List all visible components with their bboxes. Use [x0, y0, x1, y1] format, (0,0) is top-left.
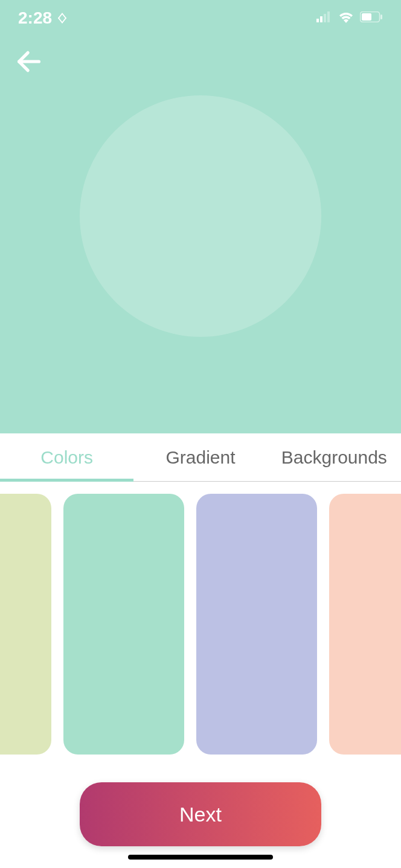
cellular-signal-icon [316, 11, 332, 25]
home-indicator[interactable] [128, 855, 273, 860]
color-swatch[interactable] [63, 494, 184, 755]
color-swatch[interactable] [196, 494, 317, 755]
color-swatch-list[interactable] [0, 482, 401, 767]
tab-gradient[interactable]: Gradient [133, 433, 267, 481]
tab-backgrounds[interactable]: Backgrounds [268, 433, 401, 481]
status-bar: 2:28 [0, 0, 401, 36]
status-time: 2:28 [18, 8, 52, 28]
tab-label: Gradient [165, 447, 235, 468]
color-preview-area: 2:28 [0, 0, 401, 433]
tab-colors[interactable]: Colors [0, 433, 133, 481]
next-button-label: Next [179, 803, 222, 826]
battery-icon [360, 11, 383, 25]
location-icon [57, 13, 68, 24]
color-swatch[interactable] [0, 494, 51, 755]
back-button[interactable] [14, 47, 43, 76]
tab-label: Backgrounds [281, 447, 387, 468]
svg-rect-5 [316, 19, 319, 22]
svg-rect-7 [324, 14, 326, 22]
svg-rect-8 [327, 11, 330, 22]
svg-rect-6 [320, 16, 322, 22]
tab-label: Colors [40, 447, 93, 468]
preview-circle [80, 95, 321, 337]
color-swatch[interactable] [329, 494, 401, 755]
svg-rect-10 [362, 13, 371, 21]
arrow-left-icon [16, 48, 42, 75]
svg-rect-11 [380, 14, 382, 19]
next-button[interactable]: Next [80, 782, 321, 846]
wifi-icon [338, 11, 354, 25]
category-tabs: Colors Gradient Backgrounds [0, 433, 401, 482]
